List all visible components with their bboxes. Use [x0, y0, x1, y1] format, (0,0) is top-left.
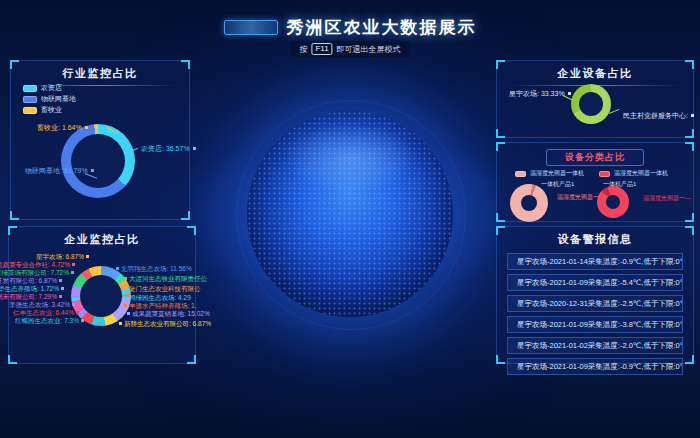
device-class-right-donut-chart[interactable] [597, 186, 629, 218]
panel-device-class: 设备分类占比 温湿度光照器一体机 一体机产品1 温湿度光照器一— 温湿度光照器一… [496, 142, 694, 222]
corner-accent [685, 213, 694, 222]
callout-store: 农资店: 36.57% [141, 144, 196, 154]
corner-accent [496, 213, 505, 222]
panel-device-ratio: 企业设备占比 星宇农场: 33.33% 民主村党群服务中心: [496, 60, 694, 138]
page-title: 秀洲区农业大数据展示 [287, 16, 477, 39]
callout-livestock: 畜牧业: 1.64% [37, 123, 88, 133]
corner-accent [685, 129, 694, 138]
callout-iot: 物联网基地: 61.79% [25, 166, 94, 176]
legend-swatch [599, 171, 610, 177]
panel-title: 设备警报信息 [497, 232, 693, 247]
enterprise-label: 红梅园生态农业: 7.3% [15, 317, 84, 326]
alarm-row: 星宇农场-2021-01-09采集温度:-5.4℃,低于下限:0℃ [507, 274, 683, 291]
logo-badge [224, 20, 278, 35]
alarm-row: 星宇农场-2021-01-14采集温度:-0.9℃,低于下限:0℃ [507, 253, 683, 270]
legend-swatch [23, 107, 37, 114]
industry-donut-chart[interactable] [61, 124, 135, 198]
corner-accent [10, 211, 19, 220]
corner-accent [8, 355, 17, 364]
device-ratio-donut-chart[interactable] [571, 84, 611, 124]
header: 秀洲区农业大数据展示 [0, 16, 700, 39]
tip-prefix: 按 [299, 44, 307, 55]
enterprise-label: 大运河生态牧业有限责任公 [124, 275, 207, 284]
fullscreen-tip: 按 F11 即可退出全屏模式 [290, 41, 409, 57]
corner-accent [181, 211, 190, 220]
f11-key-badge: F11 [311, 43, 332, 55]
legend-swatch [23, 96, 37, 103]
corner-accent [685, 355, 694, 364]
enterprise-label: 北羽翔生态农场: 11.56% [116, 265, 192, 274]
right-callout: 温湿度光照器一— [643, 194, 691, 203]
dashboard: 秀洲区农业大数据展示 按 F11 即可退出全屏模式 行业监控占比 农资店 物联网… [0, 0, 700, 438]
legend-label: 温湿度光照器一体机 [614, 169, 668, 178]
alarm-list: 星宇农场-2021-01-14采集温度:-0.9℃,低于下限:0℃ 星宇农场-2… [497, 253, 693, 375]
panel-title: 行业监控占比 [11, 66, 189, 81]
left-sub-label: 一体机产品1 [541, 180, 574, 189]
alarm-row: 星宇农场-2021-01-02采集温度:-2.0℃,低于下限:0℃ [507, 337, 683, 354]
panel-title: 企业监控占比 [9, 232, 195, 247]
enterprise-label: 新耕生态农业有限公司: 6.87% [119, 320, 211, 329]
panel-industry-monitor: 行业监控占比 农资店 物联网基地 畜牧业 畜牧业: 1.64% 农资店: 36.… [10, 60, 190, 220]
legend-item-livestock[interactable]: 畜牧业 [23, 105, 62, 115]
device-class-left-donut-chart[interactable] [510, 184, 548, 222]
alarm-row: 星宇农场-2021-01-09采集温度:-0.9℃,低于下限:0℃ [507, 358, 683, 375]
corner-accent [496, 355, 505, 364]
enterprise-label: 陡门生态农业科技有限公 [124, 285, 201, 294]
legend-label: 畜牧业 [41, 105, 62, 115]
legend-item-iot[interactable]: 物联网基地 [23, 94, 76, 104]
device-ratio-label-left: 星宇农场: 33.33% [509, 89, 571, 99]
device-ratio-label-right: 民主村党群服务中心: [623, 111, 694, 121]
globe [247, 111, 453, 317]
legend-label: 温湿度光照器一体机 [530, 169, 584, 178]
tip-suffix: 即可退出全屏模式 [337, 44, 401, 55]
legend-swatch [23, 85, 37, 92]
legend-swatch [515, 171, 526, 177]
legend-item-left-device[interactable]: 温湿度光照器一体机 [515, 169, 584, 178]
panel-title: 企业设备占比 [497, 66, 693, 81]
legend-item-right-device[interactable]: 温湿度光照器一体机 [599, 169, 668, 178]
legend-item-store[interactable]: 农资店 [23, 83, 62, 93]
callout-line [609, 109, 620, 114]
legend-label: 物联网基地 [41, 94, 76, 104]
alarm-row: 星宇农场-2021-01-09采集温度:-3.8℃,低于下限:0℃ [507, 316, 683, 333]
corner-accent [496, 129, 505, 138]
legend-label: 农资店 [41, 83, 62, 93]
panel-alarms: 设备警报信息 星宇农场-2021-01-14采集温度:-0.9℃,低于下限:0℃… [496, 226, 694, 364]
corner-accent [187, 355, 196, 364]
panel-enterprise-monitor: 企业监控占比 星宇农场: 6.87% 彩虹斋蔬菜专业合作社: 4.72% 家绿茶… [8, 226, 196, 364]
enterprise-label: 成果蔬菜直销基地: 15.02% [127, 310, 210, 319]
alarm-row: 星宇农场-2020-12-31采集温度:-2.5℃,低于下限:0℃ [507, 295, 683, 312]
device-class-title-button[interactable]: 设备分类占比 [546, 149, 644, 166]
